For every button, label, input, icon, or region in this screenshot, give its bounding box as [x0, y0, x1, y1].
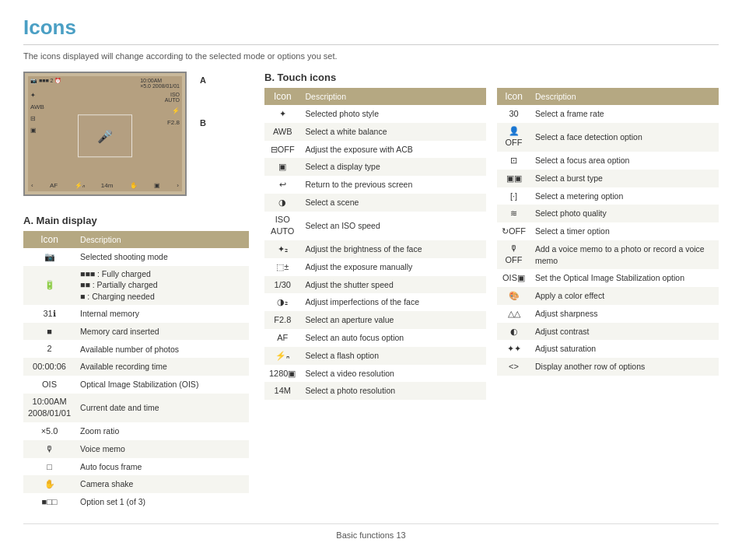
icon-symbol: ▣▣ — [506, 173, 522, 184]
touch-left-table: Icon Description ✦ Selected photo style … — [264, 88, 486, 400]
touch-left-desc-cell: Return to the previous screen — [300, 176, 486, 194]
touch-right-row: OIS▣ Set the Optical Image Stabilization… — [497, 269, 719, 287]
touch-left-desc-cell: Adjust imperfections of the face — [300, 293, 486, 311]
touch-left-icon-cell: ISO AUTO — [264, 212, 300, 240]
main-icon-cell: 🎙 — [23, 440, 75, 458]
touch-right-desc-cell: Select photo quality — [530, 205, 719, 222]
touch-left-desc-cell: Select a white balance — [300, 123, 486, 141]
touch-right-desc-cell: Select a timer option — [530, 222, 719, 240]
icon-symbol: 1280▣ — [269, 368, 296, 380]
touch-left-icon-cell: ✦₂ — [264, 240, 300, 258]
icon-symbol: F2.8 — [274, 314, 291, 326]
main-desc-cell: Auto focus frame — [75, 458, 249, 476]
touch-right-desc-cell: Add a voice memo to a photo or record a … — [530, 240, 719, 269]
touch-left-row: ↩ Return to the previous screen — [264, 176, 486, 194]
label-b: B — [200, 118, 206, 128]
icon-symbol: ↩ — [279, 179, 286, 191]
touch-right-icon-cell: 👤OFF — [497, 123, 530, 152]
touch-right-icon-cell: △△ — [497, 305, 530, 323]
touch-right-icon-cell: 🎙OFF — [497, 240, 530, 269]
icon-symbol: ⚡ₙ — [275, 350, 289, 362]
icon-symbol: ⊡ — [510, 155, 517, 166]
touch-left-icon-cell: ◑₂ — [264, 293, 300, 311]
icon-symbol: 1/30 — [275, 279, 291, 291]
touch-right-row: ≋ Select photo quality — [497, 205, 719, 222]
icon-symbol: AF — [277, 332, 288, 344]
icon-symbol: ⬚± — [276, 261, 289, 273]
touch-left-desc-cell: Select an aperture value — [300, 311, 486, 329]
icon-symbol: ■□□ — [42, 496, 58, 508]
icon-symbol: ◑ — [278, 197, 286, 208]
touch-right-icon-cell: ▣▣ — [497, 170, 530, 187]
main-icon-cell: 2 — [23, 340, 75, 358]
touch-left-icon-cell: ✦ — [264, 105, 300, 123]
touch-left-row: 14M Select a photo resolution — [264, 382, 486, 400]
touch-left-icon-cell: AF — [264, 329, 300, 347]
left-column: 📷 ■■■ 2 ⏰ 10:00AM×5.0 2008/01/01 ✦ AWB ⊟… — [23, 72, 249, 511]
icon-symbol: ≋ — [510, 208, 517, 219]
touch-right-desc-cell: Adjust saturation — [530, 340, 719, 358]
main-table-row: ×5.0 Zoom ratio — [23, 422, 249, 440]
touch-left-row: ◑ Select a scene — [264, 194, 486, 212]
main-table-row: ■ Memory card inserted — [23, 323, 249, 341]
main-table-row: 00:00:06 Available recording time — [23, 358, 249, 376]
main-desc-cell: Memory card inserted — [75, 323, 249, 341]
touch-left-icon-cell: ↩ — [264, 176, 300, 194]
main-desc-cell: Available number of photos — [75, 340, 249, 358]
touch-left-row: ▣ Select a display type — [264, 158, 486, 176]
touch-right-row: ▣▣ Select a burst type — [497, 170, 719, 187]
touch-right-row: ✦✦ Adjust saturation — [497, 340, 719, 358]
touch-right-row: ◐ Adjust contrast — [497, 323, 719, 341]
icon-symbol: 🎨 — [509, 290, 520, 302]
main-table-row: 🔋 ■■■ : Fully charged■■ : Partially char… — [23, 266, 249, 305]
touch-left-row: ✦₂ Adjust the brightness of the face — [264, 240, 486, 258]
touch-right-desc-cell: Select a burst type — [530, 170, 719, 187]
icon-symbol: ✦₂ — [278, 243, 288, 255]
main-desc-cell: Voice memo — [75, 440, 249, 458]
touch-right-icon-cell: [·] — [497, 187, 530, 205]
main-table-header-desc: Description — [75, 231, 249, 248]
main-table-row: 🎙 Voice memo — [23, 440, 249, 458]
page-subtitle: The icons displayed will change accordin… — [23, 51, 719, 61]
touch-right-desc-cell: Display another row of options — [530, 358, 719, 376]
touch-left-icon-cell: ⊟OFF — [264, 141, 300, 159]
touch-right-table: Icon Description 30 Select a frame rate … — [497, 88, 719, 376]
icon-symbol: ✋ — [44, 478, 55, 490]
icon-symbol: 31ℹ — [43, 308, 55, 320]
touch-left-icon-cell: 1280▣ — [264, 365, 300, 383]
touch-right-icon-cell: ✦✦ — [497, 340, 530, 358]
main-icon-cell: 10:00AM 2008/01/01 — [23, 394, 75, 422]
main-table-row: 31ℹ Internal memory — [23, 305, 249, 323]
main-icon-cell: 31ℹ — [23, 305, 75, 323]
touch-left-icon-cell: ▣ — [264, 158, 300, 176]
main-desc-cell: Optical Image Stabilization (OIS) — [75, 376, 249, 394]
page-footer: Basic functions 13 — [23, 523, 719, 540]
icon-symbol: 00:00:06 — [33, 361, 66, 373]
main-icon-cell: 📷 — [23, 248, 75, 266]
main-display-table: Icon Description 📷 Selected shooting mod… — [23, 231, 249, 511]
main-table-row: ■□□ Option set 1 (of 3) — [23, 493, 249, 511]
main-table-row: □ Auto focus frame — [23, 458, 249, 476]
touch-right-icon-cell: ≋ — [497, 205, 530, 222]
touch-left-row: AF Select an auto focus option — [264, 329, 486, 347]
icon-symbol: <> — [509, 361, 519, 373]
icon-symbol: ×5.0 — [41, 425, 58, 437]
icon-symbol: 30 — [509, 108, 518, 120]
touch-left-row: AWB Select a white balance — [264, 123, 486, 141]
touch-left-desc-cell: Selected photo style — [300, 105, 486, 123]
main-desc-cell: Camera shake — [75, 475, 249, 493]
main-desc-cell: Current date and time — [75, 394, 249, 422]
main-table-header-icon: Icon — [23, 231, 75, 248]
touch-left-icon-cell: AWB — [264, 123, 300, 141]
touch-left-table-wrap: Icon Description ✦ Selected photo style … — [264, 88, 486, 400]
touch-right-header-desc: Description — [530, 88, 719, 105]
main-display-title: A. Main display — [23, 215, 249, 226]
touch-left-desc-cell: Select a display type — [300, 158, 486, 176]
icon-symbol: ⊟OFF — [271, 144, 295, 156]
main-icon-cell: OIS — [23, 376, 75, 394]
touch-left-desc-cell: Adjust the shutter speed — [300, 276, 486, 294]
main-icon-cell: □ — [23, 458, 75, 476]
main-icon-cell: ■ — [23, 323, 75, 341]
touch-left-icon-cell: ◑ — [264, 194, 300, 212]
touch-left-desc-cell: Adjust the exposure manually — [300, 258, 486, 276]
